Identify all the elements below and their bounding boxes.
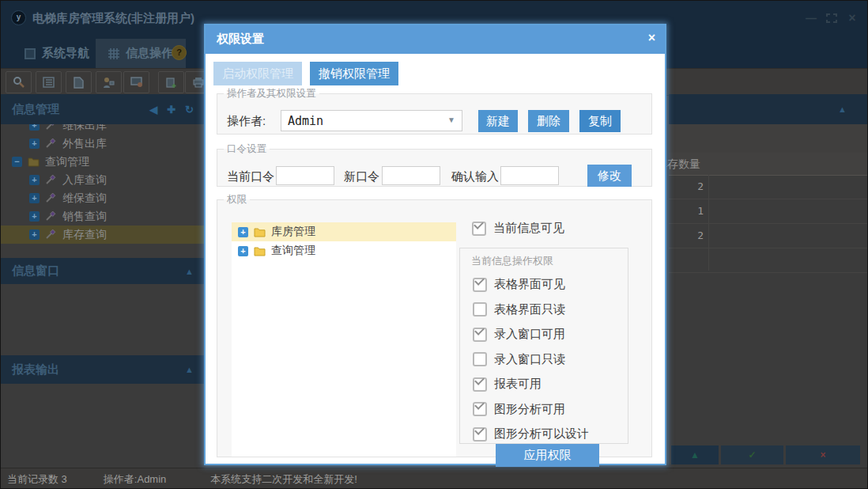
checkbox-checked-icon[interactable]: [473, 377, 487, 392]
refresh-icon[interactable]: ↻: [185, 104, 194, 116]
table-row[interactable]: [669, 248, 868, 273]
permission-checkbox-row[interactable]: 表格界面只读: [473, 302, 589, 317]
collapse-node-icon[interactable]: −: [12, 157, 22, 167]
app-window: y 电梯库房管理系统(非注册用户) — × 系统导航 信息操作 ?: [0, 0, 868, 489]
sidebar-tree-item[interactable]: +库存查询: [1, 226, 205, 244]
content-panel-header[interactable]: ▲: [669, 94, 868, 124]
expand-node-icon[interactable]: +: [29, 211, 40, 222]
permission-settings-dialog: 权限设置 × 启动权限管理 撤销权限管理 操作者及其权限设置 操作者: Admi…: [204, 24, 666, 465]
panel-title: 信息管理: [12, 102, 149, 117]
content-toolbar-band: [669, 124, 868, 154]
expand-node-icon[interactable]: +: [29, 138, 40, 149]
collapse-up-icon[interactable]: ▲: [185, 365, 194, 374]
table-cell: 2: [669, 175, 704, 199]
sidebar-tree-item[interactable]: +入库查询: [1, 171, 205, 189]
operator-status: 操作者:Admin: [104, 472, 166, 487]
group-legend: 当前信息操作权限: [471, 254, 553, 268]
dialog-title: 权限设置: [217, 32, 264, 47]
delete-operator-button[interactable]: 删除: [528, 110, 569, 132]
wand-icon: [45, 138, 57, 149]
sidebar-tree-item[interactable]: +维保查询: [1, 189, 205, 207]
monitor-icon[interactable]: [123, 71, 149, 93]
checkbox-checked-icon[interactable]: [473, 278, 487, 292]
expand-node-icon[interactable]: +: [238, 227, 248, 237]
status-bar: 当前记录数 3 操作者:Admin 本系统支持二次开发和全新开发!: [1, 468, 868, 489]
permission-checkbox-row[interactable]: 录入窗口可用: [473, 327, 589, 342]
sidebar-tree-item[interactable]: +销售查询: [1, 207, 205, 226]
permission-checkbox-row[interactable]: 报表可用: [473, 377, 589, 392]
permission-checkbox-row[interactable]: 录入窗口只读: [473, 352, 589, 367]
modify-password-button[interactable]: 修改: [587, 165, 632, 187]
checkbox-unchecked-icon[interactable]: [473, 302, 487, 317]
checkbox-checked-icon[interactable]: [473, 402, 487, 416]
close-window-button[interactable]: ×: [843, 11, 861, 25]
permission-tree: +库房管理+查询管理: [232, 222, 456, 457]
table-row[interactable]: 2: [669, 175, 868, 199]
expand-node-icon[interactable]: +: [29, 175, 40, 185]
apply-permission-button[interactable]: 应用权限: [496, 444, 599, 467]
sidebar: 信息管理 ◀ ✚ ↻ +维保出库+外售出库−查询管理+入库查询+维保查询+销售查…: [1, 94, 205, 468]
sidebar-tree-item[interactable]: +外售出库: [1, 135, 205, 153]
panel-header-info-window[interactable]: 信息窗口 ▲: [1, 258, 205, 284]
wand-icon: [45, 193, 57, 203]
maximize-button[interactable]: [823, 11, 840, 25]
expand-node-icon[interactable]: +: [29, 124, 40, 131]
dialog-titlebar: 权限设置 ×: [206, 25, 665, 54]
database-add-icon[interactable]: [158, 71, 184, 93]
checkbox-unchecked-icon[interactable]: [473, 352, 487, 366]
table-header: 库存数量: [669, 153, 868, 176]
table-row[interactable]: 2: [669, 224, 868, 248]
tree-item-label: 维保查询: [62, 191, 107, 206]
confirm-button[interactable]: ✓: [721, 445, 783, 464]
current-password-field[interactable]: [276, 166, 334, 185]
minimize-button[interactable]: —: [802, 11, 820, 25]
expand-node-icon[interactable]: +: [238, 246, 248, 256]
revoke-permission-button[interactable]: 撤销权限管理: [310, 62, 398, 85]
permission-checkbox-row[interactable]: 图形分析可用: [473, 402, 589, 417]
table-row[interactable]: 1: [669, 199, 868, 224]
dialog-body: 启动权限管理 撤销权限管理 操作者及其权限设置 操作者: Admin ▼ 新建 …: [206, 54, 665, 464]
checkbox-checked-icon[interactable]: [473, 328, 487, 342]
operator-select[interactable]: Admin ▼: [281, 110, 462, 131]
close-icon[interactable]: ×: [648, 31, 655, 45]
permission-checkbox-row[interactable]: 表格界面可见: [473, 277, 589, 292]
tab-label: 信息操作: [126, 46, 173, 61]
user-icon[interactable]: [96, 71, 122, 93]
checkbox-label: 图形分析可用: [494, 402, 565, 417]
current-info-permission-group: 当前信息操作权限 表格界面可见表格界面只读录入窗口可用录入窗口只读报表可用图形分…: [459, 248, 628, 444]
new-operator-button[interactable]: 新建: [478, 110, 518, 132]
tree-item-label: 维保出库: [62, 124, 107, 133]
expand-node-icon[interactable]: +: [29, 229, 40, 240]
add-icon[interactable]: ✚: [167, 104, 175, 116]
start-permission-button[interactable]: 启动权限管理: [213, 62, 302, 85]
collapse-up-icon[interactable]: ▲: [838, 104, 847, 114]
list-icon[interactable]: [36, 71, 62, 93]
expand-node-icon[interactable]: +: [29, 193, 40, 203]
confirm-password-label: 确认输入: [451, 169, 499, 184]
panel-header-report-output[interactable]: 报表输出 ▲: [1, 355, 205, 384]
new-password-label: 新口令: [344, 169, 379, 184]
collapse-up-icon[interactable]: ▲: [185, 267, 194, 276]
confirm-password-field[interactable]: [500, 166, 559, 185]
search-icon[interactable]: [6, 71, 32, 93]
help-icon[interactable]: ?: [172, 45, 187, 60]
checkbox-checked-icon[interactable]: [472, 222, 486, 236]
checkbox-checked-icon[interactable]: [473, 427, 487, 442]
collapse-up-button[interactable]: ▲: [671, 445, 719, 464]
document-icon[interactable]: [66, 71, 92, 93]
sidebar-tree: +维保出库+外售出库−查询管理+入库查询+维保查询+销售查询+库存查询: [1, 124, 205, 258]
current-info-visible-checkbox-row[interactable]: 当前信息可见: [472, 221, 564, 236]
sidebar-tree-item[interactable]: −查询管理: [1, 153, 205, 171]
copy-operator-button[interactable]: 复制: [579, 110, 621, 132]
permission-tree-item[interactable]: +库房管理: [232, 222, 456, 241]
collapse-left-icon[interactable]: ◀: [149, 104, 157, 116]
permission-section: 权限 +库房管理+查询管理 当前信息可见 当前信息操作权限 表格界面可见表格界面…: [217, 193, 652, 457]
tab-system-nav[interactable]: 系统导航: [12, 39, 102, 68]
sidebar-tree-item[interactable]: +维保出库: [1, 124, 205, 135]
new-password-field[interactable]: [382, 166, 440, 185]
permission-checkbox-row[interactable]: 图形分析可以设计: [473, 426, 589, 442]
cancel-button[interactable]: ×: [786, 445, 860, 464]
panel-header-info-management[interactable]: 信息管理 ◀ ✚ ↻: [1, 94, 205, 124]
permission-checkbox-list: 表格界面可见表格界面只读录入窗口可用录入窗口只读报表可用图形分析可用图形分析可以…: [473, 277, 589, 442]
permission-tree-item[interactable]: +查询管理: [232, 241, 456, 260]
